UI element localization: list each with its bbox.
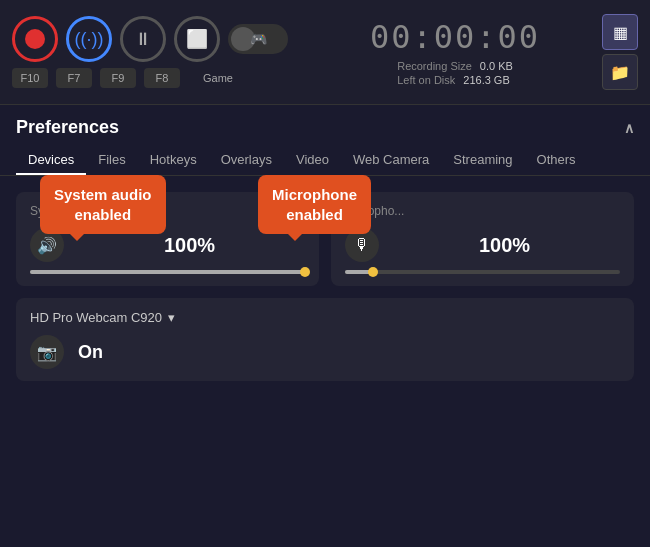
hotkey-f8[interactable]: F8 (144, 68, 180, 88)
tab-devices[interactable]: Devices (16, 146, 86, 175)
webcam-icon: 📷 (37, 343, 57, 362)
hotkey-f7[interactable]: F7 (56, 68, 92, 88)
video-panel-button[interactable]: ▦ (602, 14, 638, 50)
hotkey-f10[interactable]: F10 (12, 68, 48, 88)
microphone-percentage: 100% (389, 234, 620, 257)
mic-icon: 🎙 (354, 236, 370, 254)
microphone-card: Micropho... 🎙 100% (331, 192, 634, 286)
webcam-card: HD Pro Webcam C920 ▾ 📷 On (16, 298, 634, 381)
webcam-body: 📷 On (30, 335, 620, 369)
system-audio-card: System A... 🔊 100% (16, 192, 319, 286)
speaker-icon: 🔊 (37, 236, 57, 255)
system-audio-percentage: 100% (74, 234, 305, 257)
side-icons: ▦ 📁 (602, 14, 638, 90)
folder-icon: 📁 (610, 63, 630, 82)
microphone-icon-btn[interactable]: 🎙 (345, 228, 379, 262)
devices-content: System audio enabled Microphone enabled … (0, 176, 650, 397)
broadcast-button[interactable]: ((·)) (66, 16, 112, 62)
camera-icon: ⬜ (186, 28, 208, 50)
tab-streaming[interactable]: Streaming (441, 146, 524, 175)
pause-button[interactable]: ⏸ (120, 16, 166, 62)
tabs: Devices Files Hotkeys Overlays Video Web… (0, 146, 650, 176)
tab-hotkeys[interactable]: Hotkeys (138, 146, 209, 175)
microphone-slider-dot (368, 267, 378, 277)
broadcast-icon: ((·)) (75, 29, 104, 50)
tab-webcamera[interactable]: Web Camera (341, 146, 441, 175)
webcam-device-selector[interactable]: HD Pro Webcam C920 ▾ (30, 310, 620, 325)
system-audio-icon-btn[interactable]: 🔊 (30, 228, 64, 262)
system-audio-slider[interactable] (30, 270, 305, 274)
recording-size-label: Recording Size (397, 60, 472, 72)
video-panel-icon: ▦ (613, 23, 628, 42)
webcam-toggle-btn[interactable]: 📷 (30, 335, 64, 369)
tab-video[interactable]: Video (284, 146, 341, 175)
system-audio-slider-fill (30, 270, 305, 274)
audio-controls: System A... 🔊 100% Micropho... 🎙 100% (16, 192, 634, 286)
system-audio-label: System A... (30, 204, 305, 218)
pause-icon: ⏸ (134, 29, 152, 50)
timer-info: Recording Size 0.0 KB Left on Disk 216.3… (397, 60, 513, 86)
tab-overlays[interactable]: Overlays (209, 146, 284, 175)
game-label: Game (188, 72, 248, 84)
left-on-disk-value: 216.3 GB (463, 74, 509, 86)
collapse-icon[interactable]: ∧ (624, 120, 634, 136)
webcam-device-name: HD Pro Webcam C920 (30, 310, 162, 325)
toolbar: ((·)) ⏸ ⬜ 🎮 F10 F7 F9 F8 Game 00:00:00 (0, 0, 650, 105)
record-dot (25, 29, 45, 49)
microphone-label: Micropho... (345, 204, 620, 218)
tab-files[interactable]: Files (86, 146, 137, 175)
preferences-title: Preferences (16, 117, 119, 138)
timer-section: 00:00:00 Recording Size 0.0 KB Left on D… (296, 18, 594, 86)
game-toggle[interactable]: 🎮 (228, 24, 288, 54)
record-button[interactable] (12, 16, 58, 62)
preferences-header: Preferences ∧ (0, 105, 650, 146)
recording-size-value: 0.0 KB (480, 60, 513, 72)
webcam-status: On (78, 342, 103, 363)
hotkey-f9[interactable]: F9 (100, 68, 136, 88)
timer-display: 00:00:00 (370, 18, 540, 56)
webcam-dropdown-icon: ▾ (168, 310, 175, 325)
microphone-slider[interactable] (345, 270, 620, 274)
folder-button[interactable]: 📁 (602, 54, 638, 90)
gamepad-icon: 🎮 (250, 31, 267, 47)
left-on-disk-label: Left on Disk (397, 74, 455, 86)
system-audio-slider-dot (300, 267, 310, 277)
screenshot-button[interactable]: ⬜ (174, 16, 220, 62)
tab-others[interactable]: Others (525, 146, 588, 175)
microphone-body: 🎙 100% (345, 228, 620, 262)
system-audio-body: 🔊 100% (30, 228, 305, 262)
